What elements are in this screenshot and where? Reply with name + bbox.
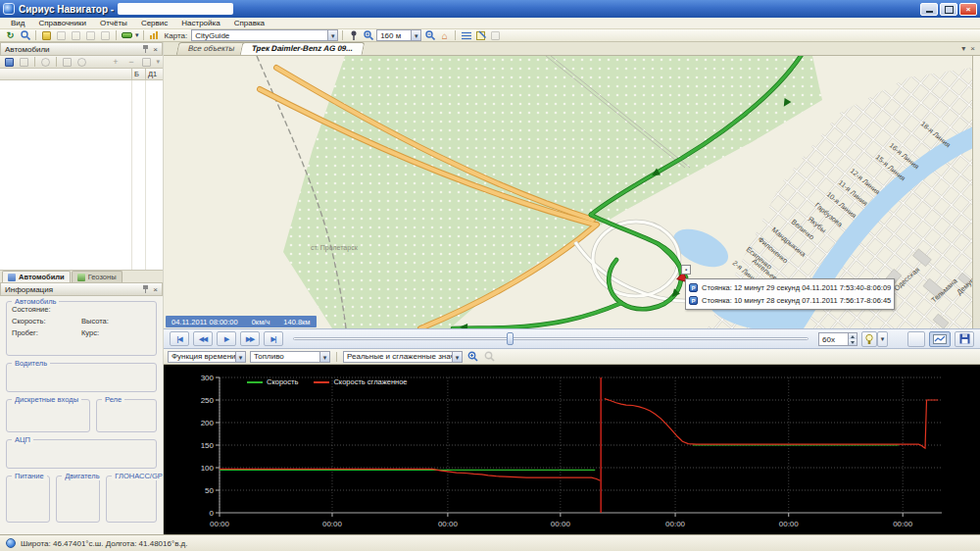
menu-item[interactable]: Справка	[227, 19, 271, 27]
chevron-down-icon[interactable]: ▾	[452, 352, 462, 362]
trace-options-dropdown[interactable]: ▾	[877, 331, 888, 347]
vehicle-follow-icon[interactable]	[75, 57, 88, 68]
chevron-down-icon[interactable]: ▾	[235, 352, 245, 362]
vehicle-group-icon[interactable]	[3, 57, 16, 68]
track-tool-icon[interactable]	[55, 30, 68, 41]
timeline-slider[interactable]	[293, 331, 808, 346]
vehicles-panel-header: Автомобили ×	[0, 42, 163, 56]
close-icon[interactable]: ×	[153, 285, 158, 294]
vehicle-find-icon[interactable]	[39, 57, 52, 68]
chevron-down-icon[interactable]: ▾	[319, 352, 329, 362]
sidebar-tabbar: Автомобили Геозоны	[0, 270, 163, 282]
pin-icon[interactable]	[142, 285, 149, 294]
vehicles-panel: Автомобили × + − ▾	[0, 42, 163, 270]
chevron-down-icon[interactable]: ▾	[411, 30, 420, 40]
mileage-label: Пробег:	[12, 328, 81, 337]
svg-text:300: 300	[201, 374, 215, 382]
chart-zoom-in-icon[interactable]	[466, 351, 479, 362]
group-discrete-inputs: Дискретные входы	[6, 399, 90, 432]
spinner-down-icon[interactable]	[849, 339, 857, 345]
tab-vehicles[interactable]: Автомобили	[2, 271, 71, 282]
speed-value: 60х	[819, 333, 848, 345]
map-scale-combo[interactable]: 160 м ▾	[376, 29, 421, 41]
column-b[interactable]: Б	[131, 69, 145, 79]
speed-spinner[interactable]: 60х	[818, 332, 858, 346]
chart-zoom-out-icon[interactable]	[483, 351, 496, 362]
map-tabbar: Все объектыТрек Daimler-Benz AG 09... ▾ …	[164, 42, 980, 56]
rewind-button[interactable]: ◀◀	[193, 331, 213, 346]
trace-options-button[interactable]	[861, 331, 877, 347]
search-icon[interactable]	[19, 30, 31, 41]
map-tab[interactable]: Трек Daimler-Benz AG 09...	[240, 42, 366, 55]
edit-note-icon[interactable]	[474, 30, 487, 41]
view-mode-icon[interactable]	[140, 57, 153, 68]
blank-tool-button[interactable]	[907, 331, 925, 347]
tab-list-dropdown-icon[interactable]: ▾	[961, 44, 965, 53]
save-button[interactable]	[955, 331, 974, 347]
map-viewport[interactable]: ст. Пролетарск 18-я Линия16-я Линия15-я …	[164, 56, 980, 328]
stop-marker-icon[interactable]: ▪	[681, 265, 691, 275]
checkbox-icon[interactable]	[489, 30, 502, 41]
grid-icon[interactable]	[99, 30, 112, 41]
svg-text:250: 250	[201, 396, 215, 405]
overlay-datetime: 04.11.2011 08:00:00	[172, 318, 238, 326]
close-button[interactable]: ×	[959, 3, 977, 16]
skip-end-button[interactable]: ▶|	[264, 331, 283, 346]
add-icon[interactable]: +	[109, 57, 122, 68]
chart-plot: 05010015020025030000:0000:0000:0000:0000…	[164, 365, 979, 534]
sensor-combo[interactable]: Топливо ▾	[250, 351, 330, 363]
close-icon[interactable]: ×	[153, 45, 158, 54]
vehicles-list[interactable]	[0, 80, 163, 270]
altitude-label: Высота:	[81, 317, 151, 326]
menu-item[interactable]: Отчёты	[93, 19, 134, 27]
menu-item[interactable]: Сервис	[134, 19, 174, 27]
ruler-icon[interactable]	[70, 30, 82, 41]
main-toolbar: ↻ ▾ Карта: CityGuide ▾ 160 м ▾ ⌂	[0, 29, 980, 42]
window-title: Сириус Навигатор -	[19, 4, 114, 15]
menu-item[interactable]: Вид	[4, 19, 31, 27]
vehicle-icon[interactable]	[121, 30, 133, 41]
map-side-strip[interactable]	[972, 56, 980, 328]
show-chart-button[interactable]	[929, 331, 951, 347]
restore-button[interactable]	[940, 3, 957, 16]
chevron-down-icon[interactable]: ▾	[327, 30, 337, 40]
tooltip-row: PСтоянка: 10 минут 28 секунд 07.11.2011 …	[689, 294, 891, 307]
menu-item[interactable]: Справочники	[31, 19, 92, 27]
vehicle-dropdown-arrow[interactable]: ▾	[135, 31, 139, 39]
svg-text:00:00: 00:00	[551, 520, 571, 528]
pin-icon[interactable]	[142, 45, 149, 54]
zoom-in-icon[interactable]	[362, 30, 374, 41]
list-icon[interactable]	[460, 30, 472, 41]
remove-icon[interactable]: −	[124, 57, 137, 68]
chart-tool-icon[interactable]	[148, 30, 161, 41]
zoom-out-icon[interactable]	[423, 30, 436, 41]
map-provider-combo[interactable]: CityGuide ▾	[191, 29, 338, 41]
mode-combo[interactable]: Реальные и сглаженные значен ▾	[343, 351, 463, 363]
parking-icon: P	[689, 296, 698, 305]
tab-close-icon[interactable]: ×	[970, 44, 975, 53]
fast-forward-button[interactable]: ▶▶	[240, 331, 260, 346]
tab-geozones[interactable]: Геозоны	[72, 271, 122, 282]
vehicle-track-icon[interactable]	[61, 57, 74, 68]
map-tab[interactable]: Все объекты	[176, 42, 247, 55]
menu-bar: ВидСправочникиОтчётыСервисНастройкаСправ…	[0, 18, 980, 29]
view-dropdown-arrow[interactable]: ▾	[156, 58, 160, 66]
minimize-button[interactable]	[920, 3, 938, 16]
timeline-slider-thumb[interactable]	[507, 332, 514, 345]
map-pin-icon[interactable]	[347, 30, 360, 41]
play-button[interactable]: ▶	[217, 331, 236, 346]
column-d1[interactable]: Д1	[145, 69, 163, 79]
skip-start-button[interactable]: |◀	[170, 331, 189, 346]
menu-item[interactable]: Настройка	[174, 19, 226, 27]
svg-text:100: 100	[201, 464, 215, 473]
layers-icon[interactable]	[40, 30, 53, 41]
vehicle-edit-icon[interactable]	[18, 57, 30, 68]
erase-icon[interactable]	[84, 30, 97, 41]
group-driver: Водитель	[6, 363, 157, 392]
refresh-icon[interactable]: ↻	[4, 30, 17, 41]
app-icon	[3, 3, 15, 15]
speed-chart[interactable]: СкоростьСкорость сглаженное 050100150200…	[164, 365, 980, 534]
coordinates-text: Широта: 46.47401°с.ш. Долгота: 41.48016°…	[21, 539, 188, 548]
home-icon[interactable]: ⌂	[438, 30, 451, 41]
function-combo[interactable]: Функция времени ▾	[168, 351, 246, 363]
